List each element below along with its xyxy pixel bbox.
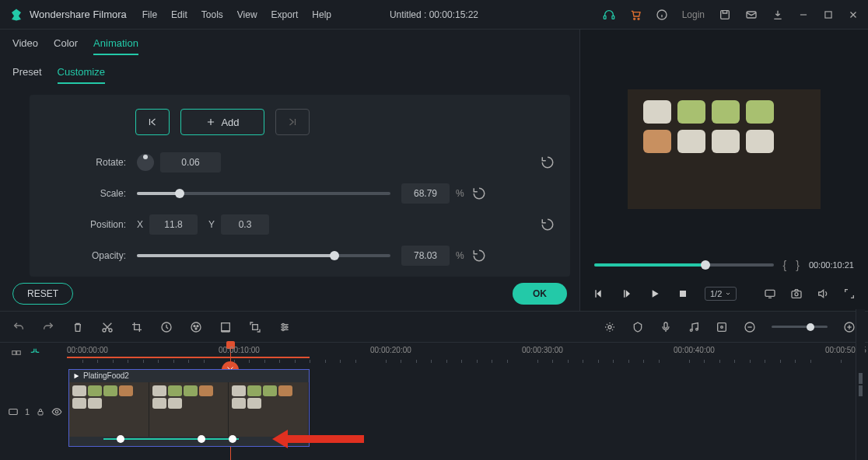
preview-canvas[interactable]: [628, 89, 821, 209]
render-icon[interactable]: [604, 321, 616, 333]
zoom-slider[interactable]: [772, 326, 828, 328]
scale-input[interactable]: [401, 183, 450, 204]
playback-speed[interactable]: 1/2: [705, 287, 737, 301]
annotation-arrow: [286, 435, 364, 443]
crop-icon[interactable]: [131, 321, 143, 333]
maximize-icon[interactable]: [823, 9, 834, 20]
close-icon[interactable]: [848, 9, 859, 20]
animation-sub-tabs: Preset Customize: [0, 55, 579, 90]
svg-point-36: [195, 328, 197, 329]
menu-view[interactable]: View: [237, 9, 257, 20]
vertical-splitter[interactable]: [856, 309, 865, 460]
volume-icon[interactable]: [817, 288, 829, 300]
rotate-row: Rotate:: [45, 152, 555, 172]
svg-point-33: [191, 322, 201, 332]
play-back-icon[interactable]: [621, 288, 633, 300]
snapshot-icon[interactable]: [790, 288, 803, 300]
keyframe-dot[interactable]: [117, 435, 124, 443]
svg-rect-47: [664, 322, 667, 328]
keyframe-dot[interactable]: [198, 435, 205, 443]
svg-rect-22: [680, 291, 686, 297]
scale-reset-icon[interactable]: [472, 186, 486, 200]
reset-button[interactable]: RESET: [12, 283, 73, 305]
inspector-actions: RESET OK: [0, 277, 579, 311]
ruler-mark: 00:00:40:00: [674, 346, 715, 354]
marker-icon[interactable]: [632, 321, 644, 333]
svg-point-26: [795, 293, 798, 296]
green-screen-icon[interactable]: [219, 321, 232, 333]
menu-export[interactable]: Export: [271, 9, 299, 20]
menu-tools[interactable]: Tools: [201, 9, 223, 20]
menu-file[interactable]: File: [142, 9, 157, 20]
scale-slider[interactable]: [137, 192, 390, 195]
save-icon[interactable]: [719, 9, 731, 21]
zoom-in-icon[interactable]: [843, 321, 856, 333]
mail-icon[interactable]: [745, 9, 758, 21]
color-icon[interactable]: [190, 321, 202, 333]
info-icon[interactable]: [656, 9, 668, 21]
ruler-mark: 00:00:20:00: [370, 346, 411, 354]
screen-fit-icon[interactable]: [764, 288, 776, 300]
svg-rect-50: [718, 322, 726, 331]
position-x-input[interactable]: [149, 214, 198, 235]
mark-out-icon[interactable]: }: [796, 259, 800, 271]
track-lock-icon[interactable]: [36, 407, 45, 416]
preview-scrub-bar: { } 00:00:10:21: [580, 253, 868, 277]
scale-icon[interactable]: [249, 321, 261, 333]
login-button[interactable]: Login: [682, 9, 705, 20]
tab-animation[interactable]: Animation: [93, 37, 138, 55]
opacity-unit: %: [456, 250, 464, 261]
download-icon[interactable]: [772, 9, 784, 21]
tab-preset[interactable]: Preset: [12, 66, 42, 84]
tab-video[interactable]: Video: [12, 37, 38, 55]
svg-rect-7: [721, 10, 730, 19]
step-back-icon[interactable]: [593, 288, 605, 300]
position-y-input[interactable]: [221, 214, 269, 235]
timeline-tracks[interactable]: PlatingFood2: [67, 363, 868, 460]
speed-icon[interactable]: [160, 321, 173, 333]
audio-mixer-icon[interactable]: [688, 321, 700, 333]
track-visibility-icon[interactable]: [51, 406, 62, 417]
opacity-reset-icon[interactable]: [472, 249, 486, 263]
settings-icon[interactable]: [278, 321, 291, 333]
position-reset-icon[interactable]: [541, 218, 555, 232]
opacity-input[interactable]: [401, 246, 450, 266]
rotate-label: Rotate:: [45, 157, 137, 168]
cut-icon[interactable]: [101, 321, 114, 333]
opacity-slider[interactable]: [137, 254, 390, 257]
fullscreen-icon[interactable]: [843, 288, 856, 300]
tab-color[interactable]: Color: [54, 37, 78, 55]
rotate-reset-icon[interactable]: [541, 155, 555, 169]
support-icon[interactable]: [603, 9, 615, 21]
position-x-label: X: [137, 219, 143, 230]
menu-edit[interactable]: Edit: [171, 9, 187, 20]
undo-icon[interactable]: [12, 321, 25, 333]
preview-timecode: 00:00:10:21: [809, 260, 854, 270]
rotate-dial[interactable]: [137, 154, 154, 171]
prev-keyframe-button[interactable]: [135, 109, 170, 135]
minimize-icon[interactable]: [798, 9, 809, 20]
stop-icon[interactable]: [677, 288, 689, 300]
tab-customize[interactable]: Customize: [58, 66, 105, 84]
delete-icon[interactable]: [72, 321, 84, 333]
keyframe-icon[interactable]: [716, 321, 728, 333]
play-icon[interactable]: [649, 288, 661, 300]
ok-button[interactable]: OK: [513, 283, 567, 305]
snap-icon[interactable]: [30, 347, 40, 358]
svg-point-35: [197, 325, 198, 326]
redo-icon[interactable]: [42, 321, 54, 333]
voiceover-icon[interactable]: [660, 321, 672, 333]
add-keyframe-button[interactable]: Add: [180, 109, 264, 135]
cart-icon[interactable]: [629, 9, 642, 21]
ripple-icon[interactable]: [11, 347, 22, 358]
menu-help[interactable]: Help: [312, 9, 331, 20]
svg-rect-0: [604, 16, 606, 19]
inspector-panel: Video Color Animation Preset Customize A…: [0, 30, 579, 311]
rotate-input[interactable]: [160, 152, 221, 172]
svg-point-65: [55, 410, 58, 413]
zoom-out-icon[interactable]: [744, 321, 756, 333]
preview-scrubber[interactable]: [594, 263, 774, 267]
time-ruler[interactable]: 00:00:00:0000:00:10:0000:00:20:0000:00:3…: [67, 343, 868, 363]
mark-in-icon[interactable]: {: [783, 259, 787, 271]
keyframe-dot[interactable]: [229, 435, 236, 443]
